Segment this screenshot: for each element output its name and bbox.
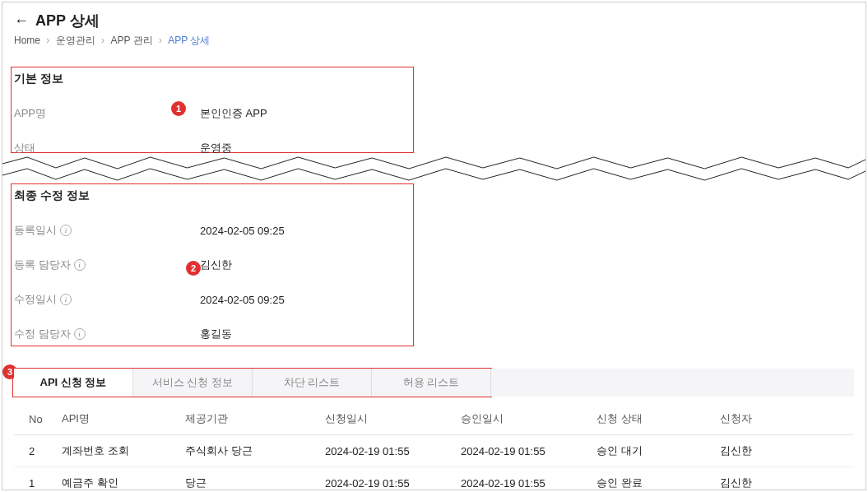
col-header-approve-date: 승인일시 [454,403,590,435]
breadcrumb: Home › 운영관리 › APP 관리 › APP 상세 [2,34,866,59]
cell-status: 승인 대기 [590,435,713,467]
col-header-provider: 제공기관 [179,403,318,435]
breadcrumb-item[interactable]: APP 관리 [110,35,152,46]
table-row[interactable]: 2 계좌번호 조회 주식회사 당근 2024-02-19 01:55 2024-… [14,435,854,467]
table-row[interactable]: 1 예금주 확인 당근 2024-02-19 01:55 2024-02-19 … [14,467,854,493]
cell-api: 계좌번호 조회 [55,435,179,467]
col-header-request-date: 신청일시 [318,403,454,435]
value-reg-date: 2024-02-05 09:25 [200,225,285,237]
col-header-api: API명 [55,403,179,435]
col-header-status: 신청 상태 [590,403,713,435]
cell-app-date: 2024-02-19 01:55 [454,435,590,467]
cell-app-date: 2024-02-19 01:55 [454,467,590,493]
label-mod-date: 수정일시 [14,292,57,307]
info-icon[interactable]: i [74,328,86,340]
cell-requester: 김신한 [713,467,854,493]
cell-provider: 당근 [179,467,318,493]
tabs: API 신청 정보 서비스 신청 정보 차단 리스트 허용 리스트 [14,369,854,397]
cell-provider: 주식회사 당근 [179,435,318,467]
label-status: 상태 [14,141,200,155]
cell-status: 승인 완료 [590,467,713,493]
value-status: 운영중 [200,141,232,155]
chevron-right-icon: › [159,35,162,46]
tabs-spacer [491,369,854,397]
tab-service-request[interactable]: 서비스 신청 정보 [133,369,253,397]
info-icon[interactable]: i [60,225,72,236]
breadcrumb-item-current: APP 상세 [168,35,210,46]
tab-api-request[interactable]: API 신청 정보 [14,369,133,397]
value-reg-person: 김신한 [200,258,232,272]
cell-no: 1 [14,467,55,493]
page-title: APP 상세 [35,11,100,30]
section-title-modified: 최종 수정 정보 [14,188,854,203]
col-header-requester: 신청자 [713,403,854,435]
info-icon[interactable]: i [60,294,72,305]
section-title-basic: 기본 정보 [14,72,854,86]
cell-no: 2 [14,435,55,467]
value-mod-date: 2024-02-05 09:25 [200,294,285,306]
col-header-no: No [14,403,55,435]
tab-allow-list[interactable]: 허용 리스트 [372,369,491,397]
value-mod-person: 홍길동 [200,327,232,341]
tab-block-list[interactable]: 차단 리스트 [253,369,372,397]
label-reg-person: 등록 담당자 [14,258,71,272]
cell-api: 예금주 확인 [55,467,179,493]
cell-requester: 김신한 [713,435,854,467]
chevron-right-icon: › [101,35,104,46]
cell-req-date: 2024-02-19 01:55 [318,435,454,467]
info-icon[interactable]: i [74,259,86,271]
breadcrumb-item[interactable]: Home [14,35,40,46]
back-arrow-icon[interactable]: ← [14,13,29,28]
api-request-table: No API명 제공기관 신청일시 승인일시 신청 상태 신청자 2 계좌번호 … [14,403,854,492]
value-app-name: 본인인증 APP [200,106,267,121]
label-reg-date: 등록일시 [14,223,57,238]
label-mod-person: 수정 담당자 [14,327,71,341]
label-app-name: APP명 [14,106,200,121]
breadcrumb-item[interactable]: 운영관리 [56,35,95,46]
cell-req-date: 2024-02-19 01:55 [318,467,454,493]
chevron-right-icon: › [46,35,49,46]
